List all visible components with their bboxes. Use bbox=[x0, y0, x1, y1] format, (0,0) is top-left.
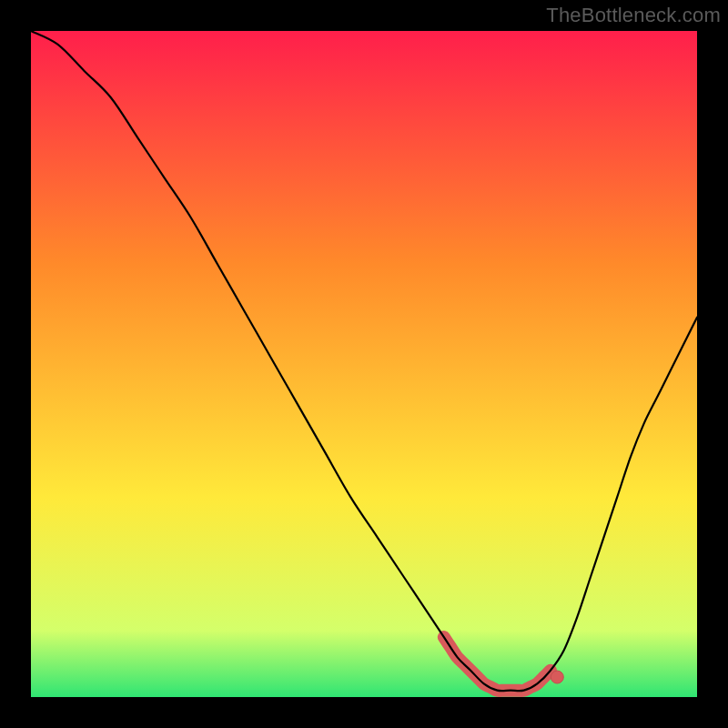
bottleneck-chart bbox=[31, 31, 697, 697]
watermark-text: TheBottleneck.com bbox=[546, 4, 721, 27]
optimal-end-dot bbox=[551, 671, 563, 683]
plot-area bbox=[31, 31, 697, 697]
gradient-background bbox=[31, 31, 697, 697]
chart-frame: TheBottleneck.com bbox=[0, 0, 728, 728]
